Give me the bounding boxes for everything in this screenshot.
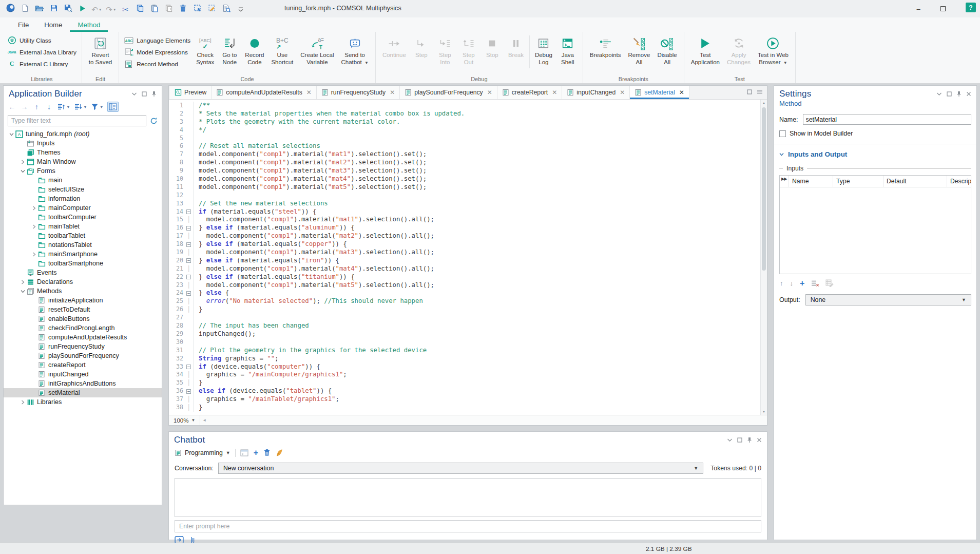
fold-toggle-icon[interactable]: −	[186, 242, 191, 247]
tree-item-Declarations[interactable]: Declarations	[4, 277, 162, 286]
tree-item-setMaterial[interactable]: setMaterial	[4, 388, 162, 397]
menu-icon[interactable]	[757, 89, 763, 94]
stop-button[interactable]: Stop	[481, 33, 504, 59]
help-button[interactable]: ?	[966, 3, 976, 12]
edit-table-button[interactable]	[825, 279, 834, 287]
more-commands-button[interactable]	[234, 3, 247, 16]
resize-columns-icon[interactable]: ▶▶	[780, 176, 789, 187]
tree-item-tuning_fork.mph[interactable]: Atuning_fork.mph(root)	[4, 129, 162, 139]
collapse-icon[interactable]	[131, 92, 137, 96]
close-tab-icon[interactable]: ✕	[552, 89, 557, 96]
java-shell-button[interactable]: JavaShell	[556, 33, 580, 66]
step-button[interactable]: Step	[410, 33, 433, 59]
move-row-down-button[interactable]: ↓	[790, 280, 794, 286]
scroll-up-icon[interactable]: ▲	[761, 100, 767, 106]
external-c-library-button[interactable]: CExternal C Library	[7, 59, 76, 69]
zoom-control[interactable]: 100% ▼	[169, 415, 200, 425]
close-tab-icon[interactable]: ✕	[487, 89, 492, 96]
tree-item-playSoundForFrequency[interactable]: playSoundForFrequency	[4, 351, 162, 360]
external-java-library-button[interactable]: JavaExternal Java Library	[7, 47, 76, 58]
utility-class-button[interactable]: Utility Class	[7, 35, 76, 46]
revert-to-saved-button[interactable]: Revertto Saved	[85, 33, 116, 66]
expander-icon[interactable]	[19, 160, 27, 164]
move-down-button[interactable]: ↓	[45, 102, 53, 112]
tree-item-notationsTablet[interactable]: notationsTablet	[4, 240, 162, 250]
model-expressions-button[interactable]: a=Model Expressions	[124, 47, 190, 58]
tree-item-Events[interactable]: Events	[4, 268, 162, 277]
tree-item-runFrequencyStudy[interactable]: runFrequencyStudy	[4, 342, 162, 351]
prompt-input[interactable]	[175, 520, 761, 532]
scrollbar-thumb[interactable]	[762, 107, 766, 271]
language-elements-button[interactable]: ABCLanguage Elements	[124, 35, 190, 46]
record-method-button[interactable]: Record Method	[124, 59, 190, 69]
send-to-chatbot-button[interactable]: Send toChatbot ▼	[337, 33, 372, 66]
fold-toggle-icon[interactable]: −	[186, 209, 191, 214]
ribbon-tab-file[interactable]: File	[10, 18, 36, 32]
tree-item-createReport[interactable]: createReport	[4, 360, 162, 370]
delete-rows-button[interactable]	[811, 280, 819, 286]
delete-button[interactable]	[177, 2, 189, 15]
apply-changes-button[interactable]: ApplyChanges	[723, 33, 754, 66]
fold-toggle-icon[interactable]: −	[186, 258, 191, 263]
horizontal-scrollbar[interactable]: ◄	[200, 415, 767, 425]
test-in-web-browser-button[interactable]: Test in WebBrowser ▼	[754, 33, 792, 66]
tree-item-Main Window[interactable]: Main Window	[4, 157, 162, 166]
new-file-button[interactable]	[18, 2, 31, 15]
select-button[interactable]	[191, 2, 204, 15]
tree-item-resetToDefault[interactable]: resetToDefault	[4, 305, 162, 314]
clear-selection-button[interactable]	[205, 2, 218, 15]
conversation-select[interactable]: New conversation ▼	[218, 463, 703, 474]
tree-item-Inputs[interactable]: Inputs	[4, 139, 162, 148]
add-row-button[interactable]: +	[800, 279, 804, 287]
toggle-preview-button[interactable]	[107, 102, 119, 112]
create-local-variable-button[interactable]: a=TCreate LocalVariable	[297, 33, 337, 66]
editor-tab-computeAndUpdateResults[interactable]: computeAndUpdateResults✕	[212, 86, 316, 99]
expander-icon[interactable]	[19, 400, 27, 405]
tree-item-enableButtons[interactable]: enableButtons	[4, 314, 162, 323]
undo-button[interactable]: ↶▼	[90, 3, 103, 16]
fold-toggle-icon[interactable]: −	[186, 226, 191, 231]
close-tab-icon[interactable]: ✕	[306, 89, 312, 96]
clear-conversation-button[interactable]	[276, 449, 283, 457]
tree-item-Libraries[interactable]: Libraries	[4, 397, 162, 407]
step-into-button[interactable]: StepInto	[433, 33, 457, 66]
record-code-button[interactable]: RecordCode	[241, 33, 267, 66]
inputs-table[interactable]: ▶▶NameTypeDefaultDescriptionUn	[779, 175, 971, 274]
sort-descending-button[interactable]: ▼	[74, 102, 87, 112]
output-select[interactable]: None ▼	[805, 294, 971, 305]
expander-icon[interactable]	[30, 252, 38, 257]
vertical-scrollbar[interactable]: ▲ ▼	[760, 100, 767, 415]
editor-tab-runFrequencyStudy[interactable]: runFrequencyStudy✕	[317, 86, 400, 99]
close-tab-icon[interactable]: ✕	[390, 89, 395, 96]
ribbon-tab-home[interactable]: Home	[36, 18, 70, 32]
method-name-field[interactable]	[803, 114, 972, 125]
editor-tab-setMaterial[interactable]: setMaterial✕	[630, 86, 689, 99]
close-tab-icon[interactable]: ✕	[620, 89, 625, 96]
tree-item-mainComputer[interactable]: mainComputer	[4, 203, 162, 213]
pin-icon[interactable]	[747, 437, 752, 443]
show-in-model-builder-checkbox[interactable]	[779, 130, 786, 137]
collapse-icon[interactable]	[936, 92, 942, 96]
collapse-icon[interactable]	[727, 438, 733, 442]
minimize-button[interactable]: –	[906, 0, 931, 17]
expander-icon[interactable]	[30, 206, 38, 211]
move-up-button[interactable]: ↑	[32, 102, 41, 112]
tree-item-inputChanged[interactable]: inputChanged	[4, 370, 162, 379]
disable-all-button[interactable]: DisableAll	[654, 33, 680, 66]
pin-icon[interactable]	[956, 91, 962, 97]
continue-button[interactable]: Continue	[379, 33, 410, 59]
go-to-node-button[interactable]: Go toNode	[218, 33, 241, 66]
save-button[interactable]	[47, 2, 60, 15]
debug-log-button[interactable]: DebugLog	[531, 33, 556, 66]
open-file-button[interactable]	[33, 2, 46, 15]
editor-tab-createReport[interactable]: createReport✕	[497, 86, 563, 99]
editor-tab-inputChanged[interactable]: inputChanged✕	[562, 86, 630, 99]
tree-item-Themes[interactable]: Themes	[4, 148, 162, 157]
tree-item-mainTablet[interactable]: mainTablet	[4, 222, 162, 231]
tree-item-initGraphicsAndButtons[interactable]: initGraphicsAndButtons	[4, 379, 162, 388]
filter-button[interactable]: ▼	[91, 102, 104, 112]
tree-item-checkFindProngLength[interactable]: checkFindProngLength	[4, 323, 162, 333]
tree-item-toolbarTablet[interactable]: toolbarTablet	[4, 231, 162, 240]
cut-button[interactable]: ✂	[119, 3, 132, 16]
tree-item-information[interactable]: information	[4, 194, 162, 203]
